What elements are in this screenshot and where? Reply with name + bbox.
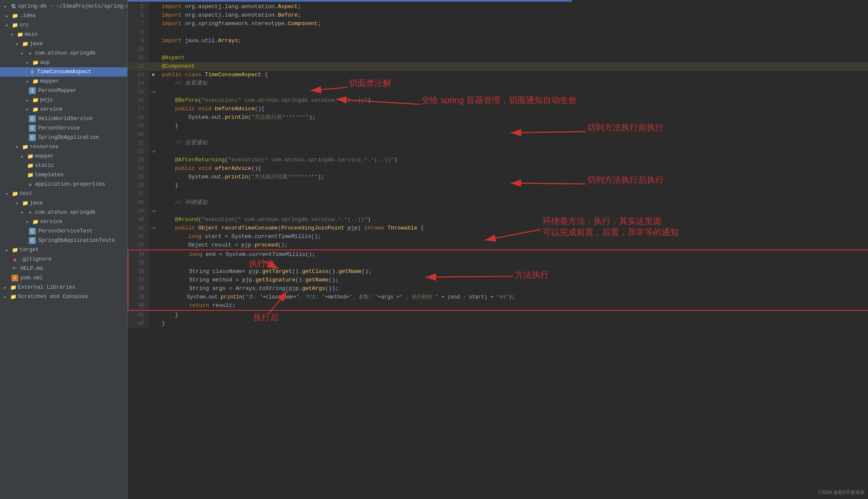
sidebar-item-personservicetest[interactable]: C PersonServiceTest <box>0 227 127 236</box>
line-content[interactable]: } <box>158 311 868 319</box>
code-line-34: 34 long end = System.currentTimeMillis()… <box>128 250 868 259</box>
sidebar-label: resources <box>30 144 59 150</box>
file-tree[interactable]: ▾ 🏗 spring-db – ~/IdeaProjects/spring-db… <box>0 0 128 499</box>
project-root[interactable]: ▾ 🏗 spring-db – ~/IdeaProjects/spring-db <box>0 2 127 11</box>
line-content[interactable]: import org.aspectj.lang.annotation.Befor… <box>158 11 868 20</box>
code-line-5: 5 import org.aspectj.lang.annotation.Asp… <box>128 3 868 11</box>
line-content[interactable]: String className= pjp.getTarget().getCla… <box>159 267 868 276</box>
line-number: 20 <box>128 130 149 139</box>
sidebar-item-test-java[interactable]: java <box>0 198 127 208</box>
project-title: spring-db – ~/IdeaProjects/spring-db <box>18 3 128 9</box>
line-content[interactable]: public void afterAdvice(){ <box>158 164 868 173</box>
gutter-space <box>149 319 157 328</box>
line-content[interactable]: } <box>158 181 868 190</box>
chevron-down-icon <box>24 218 31 225</box>
sidebar-item-appprops[interactable]: ⚙ application.properties <box>0 180 127 189</box>
gutter-space <box>149 3 157 11</box>
folder-icon <box>22 200 29 206</box>
sidebar-item-personmapper[interactable]: I PersonMapper <box>0 86 127 95</box>
folder-icon <box>32 97 39 103</box>
line-content[interactable]: String method = pjp.getSignature().getNa… <box>159 276 868 284</box>
folder-icon <box>32 78 39 85</box>
line-content[interactable]: String args = Arrays.toString(pjp.getArg… <box>159 284 868 293</box>
gutter-space <box>149 105 157 113</box>
sidebar-label: pojo <box>40 97 53 103</box>
line-content[interactable]: public class TimeConsumeAspect { <box>158 71 868 79</box>
sidebar-item-aop[interactable]: aop <box>0 58 127 67</box>
sidebar-item-templates[interactable]: templates <box>0 170 127 180</box>
sidebar-item-pkg[interactable]: ◆ com.atshuo.springdb <box>0 49 127 58</box>
gutter-space <box>150 284 158 293</box>
sidebar-label: main <box>25 32 37 37</box>
line-content[interactable]: System.out.println("方法执行前*******"); <box>158 113 868 122</box>
line-content[interactable]: // 后置通知 <box>158 139 868 147</box>
sidebar-label: .gitignore <box>20 256 51 262</box>
sidebar-item-timeconsumeaspect[interactable]: @ TimeConsumeAspect <box>0 67 127 77</box>
line-content[interactable]: System.out.println("方法执行结束********"); <box>158 173 868 181</box>
line-content[interactable]: @Aspect <box>158 54 868 62</box>
line-content[interactable]: Object result = pjp.proceed(); <box>158 241 868 250</box>
sidebar-item-external-libraries[interactable]: External Libraries <box>0 283 127 292</box>
class-icon: C <box>29 237 36 244</box>
folder-icon <box>32 218 39 225</box>
line-content[interactable]: } <box>158 319 868 328</box>
project-icon: 🏗 <box>10 3 17 10</box>
sidebar-item-test-pkg[interactable]: ◆ com.atshuo.springdb <box>0 208 127 217</box>
sidebar-item-main[interactable]: main <box>0 30 127 39</box>
gutter-space <box>149 28 157 37</box>
sidebar-item-service[interactable]: service <box>0 105 127 114</box>
line-content[interactable]: long end = System.currentTimeMillis(); <box>159 250 868 259</box>
sidebar-label: PersonMapper <box>38 88 77 94</box>
line-number: 27 <box>128 190 149 198</box>
sidebar-item-personservice[interactable]: C PersonService <box>0 123 127 133</box>
sidebar-label: Scratches and Consoles <box>18 294 88 300</box>
line-content[interactable]: public Object recordTimeConsume(Proceedi… <box>158 224 868 232</box>
line-number: 36 <box>128 267 150 276</box>
line-content[interactable]: @Around("execution(* com.atshuo.springdb… <box>158 215 868 224</box>
sidebar-item-pojo[interactable]: pojo <box>0 95 127 105</box>
code-line-40: 40 return result; <box>128 301 868 311</box>
line-number: 28 <box>128 198 149 207</box>
sidebar-item-target[interactable]: target <box>0 245 127 255</box>
sidebar-item-test-service[interactable]: service <box>0 217 127 227</box>
gutter-icon-bookmark: ◉ <box>149 71 157 79</box>
sidebar-item-idea[interactable]: .idea <box>0 11 127 20</box>
code-line-22: 22 ☆◇ <box>128 147 868 156</box>
line-number: 24 <box>128 164 149 173</box>
line-number: 37 <box>128 276 150 284</box>
sidebar-item-test[interactable]: test <box>0 189 127 198</box>
sidebar-item-springdbapptests[interactable]: C SpringDbApplicationTests <box>0 236 127 245</box>
sidebar-item-helpmd[interactable]: M↓ HELP.md <box>0 264 127 273</box>
sidebar-item-static[interactable]: static <box>0 161 127 170</box>
line-content[interactable]: } <box>158 122 868 130</box>
sidebar-item-mapper[interactable]: mapper <box>0 77 127 86</box>
line-content[interactable]: import org.aspectj.lang.annotation.Aspec… <box>158 3 868 11</box>
line-content[interactable]: @AfterReturning("execution(* com.atshuo.… <box>158 156 868 164</box>
sidebar-item-pomxml[interactable]: x pom.xml <box>0 273 127 283</box>
line-content[interactable]: public void beforeAdvice(){ <box>158 105 868 113</box>
line-number: 16 <box>128 96 149 105</box>
sidebar-item-springdbapplication[interactable]: C SpringDbApplication <box>0 133 127 142</box>
code-lines: 5 import org.aspectj.lang.annotation.Asp… <box>128 3 868 328</box>
sidebar-item-java[interactable]: java <box>0 39 127 49</box>
line-number: 22 <box>128 147 149 156</box>
line-content[interactable]: import java.util.Arrays; <box>158 37 868 45</box>
watermark: CSDN @老D不是传说 <box>819 489 865 496</box>
sidebar-item-gitignore[interactable]: ◉ .gitignore <box>0 255 127 264</box>
line-content[interactable]: return result; <box>159 301 868 310</box>
sidebar-item-src[interactable]: src <box>0 20 127 30</box>
sidebar-item-mapper-res[interactable]: mapper <box>0 152 127 161</box>
sidebar-label: service <box>40 219 63 225</box>
sidebar-item-helloworldservice[interactable]: C HelloWorldService <box>0 114 127 123</box>
line-content[interactable]: @Before("execution(* com.atshuo.springdb… <box>158 96 868 105</box>
line-content[interactable]: import org.springframework.stereotype.Co… <box>158 20 868 28</box>
line-content[interactable]: System.out.println("类: "+className+", 方法… <box>159 293 868 301</box>
line-content[interactable]: @Component <box>158 62 868 71</box>
sidebar-item-resources[interactable]: resources <box>0 142 127 152</box>
sidebar-label: java <box>30 41 43 47</box>
code-content[interactable]: 5 import org.aspectj.lang.annotation.Asp… <box>128 2 868 499</box>
line-content[interactable]: // 前置通知 <box>158 79 868 88</box>
sidebar-item-scratches[interactable]: Scratches and Consoles <box>0 292 127 301</box>
line-content[interactable]: long start = System.currentTimeMillis(); <box>158 232 868 241</box>
line-content[interactable]: // 环绕通知 <box>158 198 868 207</box>
